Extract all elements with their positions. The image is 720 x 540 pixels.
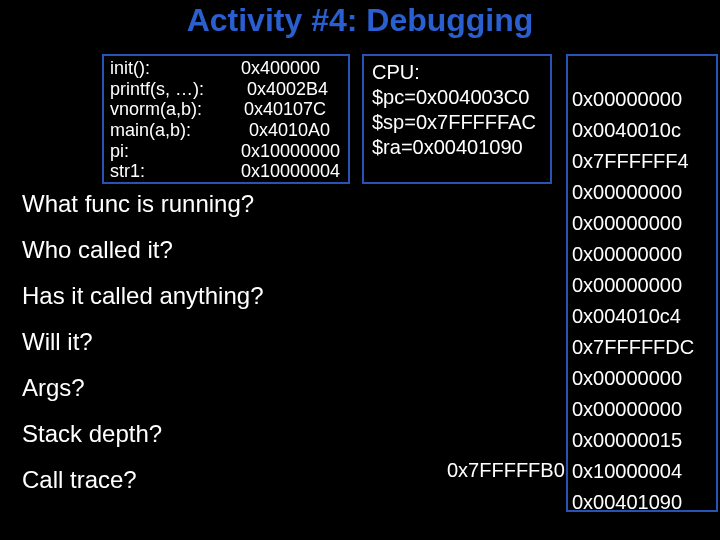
questions-list: What func is running? Who called it? Has… xyxy=(22,192,263,514)
slide-title: Activity #4: Debugging xyxy=(0,2,720,39)
symbol-val: 0x400000 xyxy=(241,58,320,79)
symbol-val: 0x4010A0 xyxy=(249,120,330,141)
question: Has it called anything? xyxy=(22,284,263,308)
symbol-key: init(): xyxy=(110,58,150,79)
question: Call trace? xyxy=(22,468,263,492)
symbol-key: vnorm(a,b): xyxy=(110,99,202,120)
symbol-val: 0x4002B4 xyxy=(247,79,328,100)
stack-row: 0x10000004 xyxy=(572,456,712,487)
question: What func is running? xyxy=(22,192,263,216)
symbol-row: main(a,b): 0x4010A0 xyxy=(110,120,342,141)
stack-row: 0x00000000 xyxy=(572,270,712,301)
symbol-row: vnorm(a,b): 0x40107C xyxy=(110,99,342,120)
cpu-box: CPU: $pc=0x004003C0 $sp=0x7FFFFFAC $ra=0… xyxy=(362,54,552,184)
question: Will it? xyxy=(22,330,263,354)
stack-spacer xyxy=(572,60,712,84)
stack-row: 0x00000000 xyxy=(572,363,712,394)
question: Who called it? xyxy=(22,238,263,262)
stack-row: 0x7FFFFFF4 xyxy=(572,146,712,177)
symbol-row: str1: 0x10000004 xyxy=(110,161,342,182)
symbol-key: printf(s, …): xyxy=(110,79,204,100)
stack-row: 0x004010c4 xyxy=(572,301,712,332)
stack-row: 0x7FFFFFDC xyxy=(572,332,712,363)
slide: Activity #4: Debugging init(): 0x400000 … xyxy=(0,0,720,540)
cpu-ra: $ra=0x00401090 xyxy=(372,135,542,160)
symbols-box: init(): 0x400000 printf(s, …): 0x4002B4 … xyxy=(102,54,350,184)
stack-pointer-label: 0x7FFFFFB0 xyxy=(447,459,565,482)
symbol-key: pi: xyxy=(110,141,129,162)
stack-row: 0x00000015 xyxy=(572,425,712,456)
stack-row: 0x00000000 xyxy=(572,394,712,425)
symbol-row: printf(s, …): 0x4002B4 xyxy=(110,79,342,100)
cpu-pc: $pc=0x004003C0 xyxy=(372,85,542,110)
symbol-val: 0x10000004 xyxy=(241,161,340,182)
symbol-row: pi: 0x10000000 xyxy=(110,141,342,162)
symbol-key: str1: xyxy=(110,161,145,182)
cpu-sp: $sp=0x7FFFFFAC xyxy=(372,110,542,135)
stack-row: 0x00000000 xyxy=(572,239,712,270)
question: Args? xyxy=(22,376,263,400)
stack-row: 0x00000000 xyxy=(572,208,712,239)
symbol-val: 0x40107C xyxy=(244,99,326,120)
question: Stack depth? xyxy=(22,422,263,446)
symbol-key: main(a,b): xyxy=(110,120,191,141)
stack-row: 0x0040010c xyxy=(572,115,712,146)
symbol-val: 0x10000000 xyxy=(241,141,340,162)
stack-row: 0x00401090 xyxy=(572,487,712,518)
stack-box: 0x00000000 0x0040010c 0x7FFFFFF4 0x00000… xyxy=(566,54,718,512)
stack-row: 0x00000000 xyxy=(572,84,712,115)
stack-row: 0x00000000 xyxy=(572,177,712,208)
symbol-row: init(): 0x400000 xyxy=(110,58,342,79)
cpu-head: CPU: xyxy=(372,60,542,85)
